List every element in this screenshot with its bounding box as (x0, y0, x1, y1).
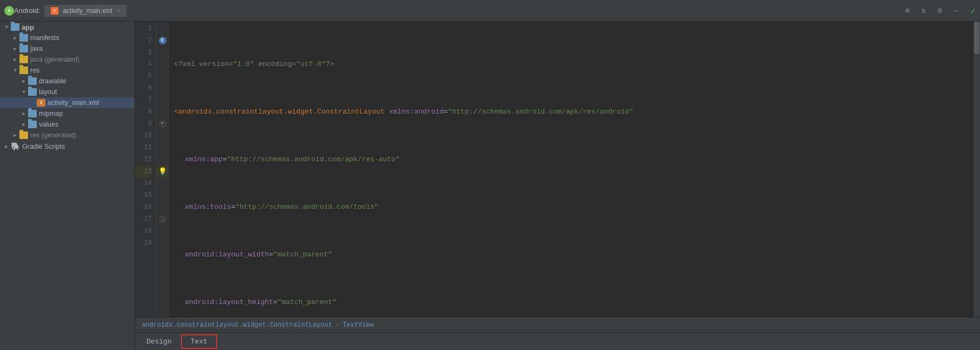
sidebar-item-mipmap[interactable]: mipmap (0, 108, 135, 119)
folder-app-icon (11, 23, 19, 31)
xml-tab-icon: X (51, 7, 58, 15)
sidebar-item-java[interactable]: java (0, 43, 135, 54)
line-numbers: 1 2 3 4 5 6 7 8 9 10 11 12 13 14 15 16 1… (135, 22, 157, 317)
code-editor[interactable]: 1 2 3 4 5 6 7 8 9 10 11 12 13 14 15 16 1… (135, 22, 980, 350)
minimize-icon[interactable]: — (950, 5, 962, 17)
breadcrumb-separator: › (335, 321, 339, 329)
folder-java-icon (19, 45, 28, 52)
code-line-6: android:layout_height="match_parent" (174, 296, 974, 308)
code-line-5: android:layout_width="match_parent" (174, 249, 974, 261)
sidebar-label-activity-main: activity_main.xml (48, 99, 99, 107)
sidebar-label-java-generated: java (generated) (30, 56, 79, 63)
arrow-java-generated (11, 55, 19, 64)
checkmark-icon: ✓ (970, 5, 976, 16)
sidebar-item-layout[interactable]: layout (0, 87, 135, 97)
folder-res-icon (19, 67, 28, 74)
breadcrumb-textview: TextView (343, 321, 374, 329)
tab-filename: activity_main.xml (63, 7, 112, 15)
code-line-1: <?xml version="1.0" encoding="utf-8"?> (174, 58, 974, 70)
arrow-layout (19, 88, 28, 96)
code-line-2: <androidx.constraintlayout.widget.Constr… (174, 106, 974, 118)
gutter-column: C ▼ 💡 ◁ (157, 22, 169, 317)
sidebar-label-java: java (30, 45, 43, 52)
title-toolbar: ⊕ ⇅ ⚙ — ✓ (901, 5, 976, 17)
sidebar-label-app: app (22, 23, 34, 31)
breadcrumb-constraintlayout: androidx.constraintlayout.widget.Constra… (142, 321, 332, 329)
folder-res-gen-icon (19, 131, 28, 139)
app-title: Android: (14, 6, 40, 15)
vertical-scrollbar[interactable] (974, 22, 980, 317)
sidebar-item-drawable[interactable]: drawable (0, 76, 135, 87)
fold-textview-icon[interactable]: ▼ (159, 121, 166, 127)
arrow-mipmap (19, 109, 28, 118)
arrow-java (11, 44, 19, 53)
xml-file-icon: X (37, 99, 45, 107)
arrow-app (2, 23, 11, 31)
arrow-values (19, 120, 28, 129)
code-line-4: xmlns:tools="http://schemas.android.com/… (174, 201, 974, 213)
sidebar-label-layout: layout (39, 88, 57, 96)
tab-text-button[interactable]: Text (181, 334, 217, 349)
sidebar-item-activity-main[interactable]: X activity_main.xml (0, 97, 135, 108)
sidebar-item-gradle[interactable]: 🐘 Gradle Scripts (0, 141, 135, 152)
bulb-icon[interactable]: 💡 (158, 167, 167, 176)
tabs-bar: Design Text (135, 333, 980, 350)
sidebar-label-gradle: Gradle Scripts (22, 143, 65, 150)
editor-tab[interactable]: X activity_main.xml × (44, 5, 126, 17)
main-layout: app manifests java java (generated) res (0, 22, 980, 350)
sidebar-label-values: values (39, 121, 58, 128)
sidebar-item-res[interactable]: res (0, 65, 135, 76)
folder-layout-icon (28, 88, 37, 96)
arrow-res-generated (11, 131, 19, 140)
code-container: 1 2 3 4 5 6 7 8 9 10 11 12 13 14 15 16 1… (135, 22, 980, 317)
breadcrumb-bar: androidx.constraintlayout.widget.Constra… (135, 318, 980, 333)
android-icon: A (4, 6, 14, 16)
badge-c: C (159, 37, 166, 44)
globe-icon[interactable]: ⊕ (901, 5, 913, 17)
arrow-manifests (11, 34, 19, 42)
sidebar-label-manifests: manifests (30, 34, 59, 42)
sidebar-item-app[interactable]: app (0, 22, 135, 32)
title-bar: A Android: X activity_main.xml × ⊕ ⇅ ⚙ —… (0, 0, 980, 22)
file-tree-sidebar: app manifests java java (generated) res (0, 22, 135, 350)
sidebar-item-manifests[interactable]: manifests (0, 32, 135, 43)
arrows-icon[interactable]: ⇅ (917, 5, 929, 17)
fold-close-icon[interactable]: ◁ (159, 216, 166, 222)
arrow-res (11, 66, 19, 75)
arrow-drawable (19, 77, 28, 85)
bottom-bar: androidx.constraintlayout.widget.Constra… (135, 317, 980, 350)
sidebar-item-java-generated[interactable]: java (generated) (0, 54, 135, 65)
sidebar-label-res-generated: res (generated) (30, 131, 76, 139)
code-text-area[interactable]: <?xml version="1.0" encoding="utf-8"?> <… (169, 22, 974, 317)
gradle-icon: 🐘 (11, 142, 20, 151)
arrow-gradle (2, 142, 11, 151)
sidebar-item-values[interactable]: values (0, 119, 135, 130)
scrollbar-thumb[interactable] (974, 22, 979, 54)
folder-drawable-icon (28, 77, 37, 85)
folder-mipmap-icon (28, 110, 37, 117)
sidebar-label-res: res (30, 67, 39, 74)
sidebar-label-drawable: drawable (39, 77, 66, 85)
sidebar-label-mipmap: mipmap (39, 110, 63, 117)
folder-manifests-icon (19, 34, 28, 42)
tab-design-button[interactable]: Design (137, 335, 181, 348)
code-line-3: xmlns:app="http://schemas.android.com/ap… (174, 154, 974, 166)
arrow-activity-main (28, 98, 37, 107)
gear-icon[interactable]: ⚙ (934, 5, 945, 17)
folder-values-icon (28, 121, 37, 128)
tab-close-icon[interactable]: × (117, 8, 120, 14)
folder-java-gen-icon (19, 56, 28, 63)
sidebar-item-res-generated[interactable]: res (generated) (0, 130, 135, 141)
